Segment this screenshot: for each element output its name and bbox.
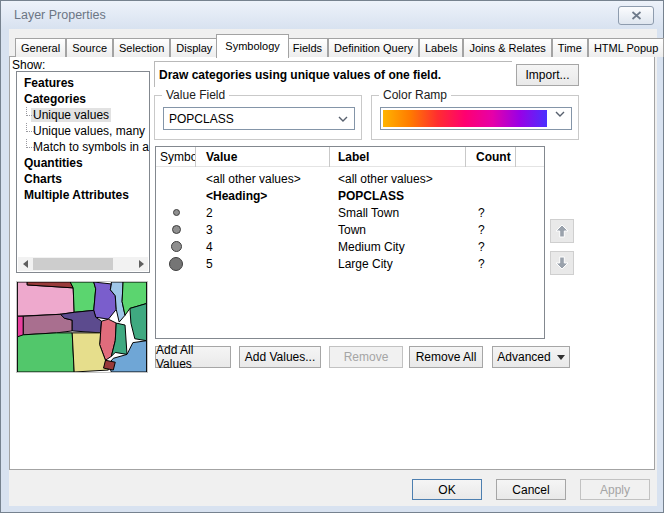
tab-html-popup[interactable]: HTML Popup xyxy=(588,38,664,57)
layer-properties-dialog: Layer Properties General Source Selectio… xyxy=(0,0,664,513)
tab-symbology[interactable]: Symbology xyxy=(216,34,288,58)
scrollbar-thumb[interactable] xyxy=(33,258,113,270)
tab-display[interactable]: Display xyxy=(170,38,218,57)
method-description: Draw categories using unique values of o… xyxy=(154,61,512,87)
table-row-heading[interactable]: <Heading> POPCLASS xyxy=(156,187,544,204)
dialog-content: General Source Selection Display Symbolo… xyxy=(9,29,657,506)
tree-item-multiple-attributes[interactable]: Multiple Attributes xyxy=(17,187,149,203)
tab-time[interactable]: Time xyxy=(552,38,588,57)
table-row-all-other-values[interactable]: <all other values> <all other values> xyxy=(156,170,544,187)
tab-strip: General Source Selection Display Symbolo… xyxy=(15,33,664,57)
cancel-button[interactable]: Cancel xyxy=(496,479,566,500)
tab-selection[interactable]: Selection xyxy=(113,38,170,57)
arrow-down-icon xyxy=(555,256,569,270)
move-down-button[interactable] xyxy=(550,251,574,275)
column-header-symbol[interactable]: Symbol xyxy=(156,147,196,167)
import-button[interactable]: Import... xyxy=(516,64,579,86)
chevron-down-icon xyxy=(332,116,354,122)
value-field-value: POPCLASS xyxy=(164,112,332,126)
scroll-right-icon[interactable] xyxy=(134,257,148,271)
chevron-down-icon xyxy=(549,111,571,117)
table-row-medium-city[interactable]: 4 Medium City ? xyxy=(156,238,544,255)
table-row-town[interactable]: 3 Town ? xyxy=(156,221,544,238)
title-bar[interactable]: Layer Properties xyxy=(1,1,663,29)
tree-horizontal-scrollbar[interactable] xyxy=(18,257,148,271)
table-header: Symbol Value Label Count xyxy=(156,147,544,167)
add-values-button[interactable]: Add Values... xyxy=(239,346,321,368)
tree-item-unique-values[interactable]: Unique values xyxy=(17,107,149,123)
window-title: Layer Properties xyxy=(14,8,106,22)
symbology-tab-page: Show: Features Categories Unique values … xyxy=(9,56,655,470)
advanced-button[interactable]: Advanced xyxy=(492,346,570,368)
circle-symbol-xlarge-icon xyxy=(169,257,183,271)
value-field-dropdown[interactable]: POPCLASS xyxy=(163,107,355,130)
value-field-label: Value Field xyxy=(162,88,229,102)
ok-button[interactable]: OK xyxy=(412,479,482,500)
value-field-group: Value Field POPCLASS xyxy=(154,95,362,140)
tab-labels[interactable]: Labels xyxy=(419,38,463,57)
circle-symbol-small-icon xyxy=(173,209,180,216)
color-ramp-label: Color Ramp xyxy=(379,88,451,102)
remove-button[interactable]: Remove xyxy=(329,346,403,368)
symbology-map-preview xyxy=(16,281,148,373)
remove-all-button[interactable]: Remove All xyxy=(409,346,483,368)
tree-item-categories[interactable]: Categories xyxy=(17,91,149,107)
column-header-value[interactable]: Value xyxy=(196,147,330,167)
circle-symbol-large-icon xyxy=(171,241,182,252)
table-row-small-town[interactable]: 2 Small Town ? xyxy=(156,204,544,221)
tab-definition-query[interactable]: Definition Query xyxy=(328,38,419,57)
move-up-button[interactable] xyxy=(550,219,574,243)
column-header-label[interactable]: Label xyxy=(330,147,466,167)
apply-button[interactable]: Apply xyxy=(580,479,650,500)
color-ramp-group: Color Ramp xyxy=(371,95,579,140)
tab-source[interactable]: Source xyxy=(66,38,113,57)
table-row-large-city[interactable]: 5 Large City ? xyxy=(156,255,544,272)
tab-general[interactable]: General xyxy=(15,38,66,57)
unique-values-table: Symbol Value Label Count <all other valu… xyxy=(155,146,545,339)
tree-item-quantities[interactable]: Quantities xyxy=(17,155,149,171)
tree-item-match-to-symbols[interactable]: Match to symbols in a xyxy=(17,139,149,155)
scroll-left-icon[interactable] xyxy=(18,257,32,271)
color-ramp-gradient xyxy=(383,110,547,127)
caret-down-icon xyxy=(557,355,565,360)
tree-item-features[interactable]: Features xyxy=(17,75,149,91)
tab-fields[interactable]: Fields xyxy=(287,38,328,57)
advanced-button-label: Advanced xyxy=(497,350,550,364)
column-header-count[interactable]: Count xyxy=(466,147,516,167)
map-thumbnail xyxy=(17,282,147,372)
show-tree-panel: Features Categories Unique values Unique… xyxy=(16,71,150,273)
close-icon xyxy=(631,11,642,20)
circle-symbol-medium-icon xyxy=(172,225,181,234)
tree-item-unique-values-many[interactable]: Unique values, many xyxy=(17,123,149,139)
show-label: Show: xyxy=(12,58,45,72)
tree-item-charts[interactable]: Charts xyxy=(17,171,149,187)
arrow-up-icon xyxy=(555,224,569,238)
tab-joins-relates[interactable]: Joins & Relates xyxy=(463,38,551,57)
color-ramp-dropdown[interactable] xyxy=(380,107,572,130)
close-button[interactable] xyxy=(618,6,654,25)
add-all-values-button[interactable]: Add All Values xyxy=(155,346,231,368)
